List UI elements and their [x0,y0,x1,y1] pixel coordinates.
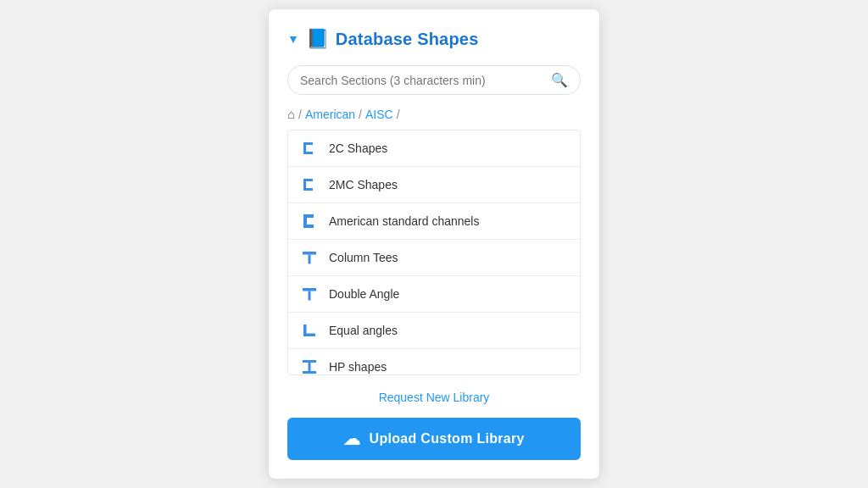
upload-custom-library-button[interactable]: ☁ Upload Custom Library [287,418,581,460]
item-label: Double Angle [329,287,399,301]
svg-rect-15 [303,360,316,363]
chevron-down-icon: ▼ [287,32,299,46]
svg-rect-16 [303,371,316,374]
item-label: 2MC Shapes [329,178,398,191]
c-channel-icon [300,139,319,158]
breadcrumb: ⌂ / American / AISC / [287,107,581,121]
list-item[interactable]: Double Angle [288,276,580,313]
tee-icon [300,248,319,267]
upload-button-label: Upload Custom Library [370,431,525,446]
list-item[interactable]: American standard channels [288,203,580,240]
svg-rect-11 [303,288,316,291]
svg-rect-8 [303,225,314,228]
tee-icon [300,285,319,303]
shapes-list: 2C Shapes 2MC Shapes Ameri [287,130,581,375]
breadcrumb-american[interactable]: American [305,108,355,121]
search-icon: 🔍 [551,72,568,88]
search-bar[interactable]: 🔍 [287,65,581,95]
c-channel-icon [300,175,319,194]
svg-rect-5 [303,188,313,191]
book-icon: 📘 [306,28,329,50]
list-item[interactable]: Equal angles [288,313,580,349]
item-label: Equal angles [329,324,398,337]
list-item[interactable]: 2C Shapes [288,130,580,167]
panel-title: Database Shapes [336,30,479,49]
angle-l-icon [300,321,319,340]
svg-rect-4 [303,179,313,181]
svg-rect-17 [309,363,311,371]
panel-header: ▼ 📘 Database Shapes [287,28,581,50]
item-label: HP shapes [329,360,387,374]
database-shapes-panel: ▼ 📘 Database Shapes 🔍 ⌂ / American / AIS… [269,9,599,479]
list-item[interactable]: Column Tees [288,240,580,276]
item-label: 2C Shapes [329,141,387,155]
list-item[interactable]: HP shapes [288,349,580,375]
svg-rect-7 [303,214,314,218]
cloud-upload-icon: ☁ [343,429,360,449]
item-label: Column Tees [329,251,398,264]
breadcrumb-aisc[interactable]: AISC [365,108,393,121]
i-beam-icon [300,358,319,375]
request-new-library-link[interactable]: Request New Library [287,387,581,408]
breadcrumb-sep-3: / [397,108,400,121]
svg-rect-9 [303,252,316,255]
svg-rect-1 [303,142,313,145]
home-icon[interactable]: ⌂ [287,107,295,121]
svg-rect-12 [309,291,311,301]
svg-rect-14 [303,334,315,337]
breadcrumb-sep-1: / [298,108,302,121]
breadcrumb-sep-2: / [359,108,362,121]
svg-rect-10 [309,255,311,264]
item-label: American standard channels [329,214,479,228]
c-channel-bold-icon [300,212,319,230]
search-input[interactable] [300,74,551,87]
list-item[interactable]: 2MC Shapes [288,167,580,203]
svg-rect-2 [303,152,313,154]
